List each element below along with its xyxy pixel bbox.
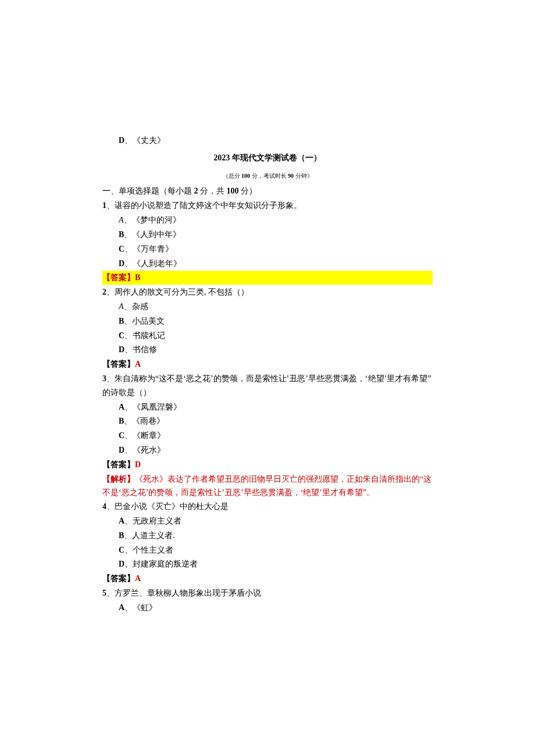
question-5: 5、方罗兰、章秋柳人物形象出现于茅盾小说 xyxy=(102,586,433,600)
option-sep: 、 xyxy=(124,446,133,454)
q2-option-b: B、小品美文 xyxy=(119,314,433,328)
question-2: 2、周作人的散文可分为三类, 不包括（） xyxy=(102,285,433,299)
q-number: 1 xyxy=(102,201,106,210)
option-sep: 、 xyxy=(124,603,133,612)
option-text: 个性主义者 xyxy=(133,546,173,554)
q-sep: 、 xyxy=(106,589,115,597)
option-text: 《虹》 xyxy=(133,603,157,612)
option-label: C xyxy=(119,331,124,340)
q1-option-a: A、《梦中的河》 xyxy=(119,213,433,227)
q-text: 方罗兰、章秋柳人物形象出现于茅盾小说 xyxy=(115,589,261,597)
option-text: 书信修 xyxy=(133,345,157,354)
option-label: B xyxy=(119,531,124,540)
q2-option-c: C、书牍札记 xyxy=(119,329,433,343)
option-sep: 、 xyxy=(124,317,132,325)
exam-subtitle: （总分 100 分，考试时长 90 分钟》 xyxy=(102,171,433,181)
q1-answer: 【答案】B xyxy=(102,271,433,285)
q-sep: 、 xyxy=(106,374,115,383)
option-sep: 、 xyxy=(124,331,133,340)
answer-value: A xyxy=(135,360,141,368)
option-text: 《雨巷》 xyxy=(132,417,165,425)
title-rest: 年现代文学测试卷（一） xyxy=(230,153,322,162)
option-label: C xyxy=(119,546,124,554)
option-sep: 、 xyxy=(124,517,133,525)
answer-label: 【答案】 xyxy=(102,273,135,282)
section-mid: 分，共 xyxy=(200,187,224,195)
q-number: 2 xyxy=(102,288,106,296)
option-text: 《人到中年》 xyxy=(132,230,181,239)
answer-value: D xyxy=(135,460,141,469)
q2-option-a: A、杂感 xyxy=(119,300,433,314)
q5-option-a: A、《虹》 xyxy=(119,601,433,615)
q-text: 巴金小说《灭亡》中的杜大心是 xyxy=(115,502,229,511)
q-number: 3 xyxy=(102,374,106,383)
option-sep: 、 xyxy=(124,546,133,554)
q3-option-b: B、《雨巷》 xyxy=(119,414,433,428)
section-prefix: 一、单项选择题（每小题 xyxy=(102,187,192,195)
option-label: C xyxy=(119,431,124,440)
option-sep: 、 xyxy=(124,259,133,268)
option-text: 《凤凰涅磐》 xyxy=(133,403,181,411)
q3-answer: 【答案】D xyxy=(102,458,433,472)
option-label: D xyxy=(119,136,124,145)
q3-option-c: C、《断章》 xyxy=(119,429,433,443)
q1-option-b: B、《人到中年》 xyxy=(119,228,433,242)
option-text: 《万年青》 xyxy=(133,245,173,253)
section-heading: 一、单项选择题（每小题 2 分，共 100 分） xyxy=(102,184,433,198)
q-text: 周作人的散文可分为三类, 不包括（） xyxy=(115,288,249,296)
question-4: 4、巴金小说《灭亡》中的杜大心是 xyxy=(102,500,433,514)
exam-title: 2023 年现代文学测试卷（一） xyxy=(102,151,433,165)
q-sep: 、 xyxy=(106,201,115,210)
title-year: 2023 xyxy=(213,153,230,162)
option-label: D xyxy=(119,560,124,568)
q-sep: 、 xyxy=(106,502,115,511)
option-sep: 、 xyxy=(124,431,133,440)
option-sep: 、 xyxy=(124,531,132,540)
option-text: 《丈夫》 xyxy=(133,136,165,145)
q-text: 朱自清称为“这不是‘恶之花’的赞颂，而是索性让’丑恶’早些恶贯满盈，‘绝望’里才… xyxy=(102,374,431,397)
option-text: 书牍札记 xyxy=(133,331,165,340)
option-sep: 、 xyxy=(124,245,133,253)
option-sep: 、 xyxy=(124,302,132,311)
section-total: 100 xyxy=(224,187,241,195)
option-text: 封建家庭的叛逆者 xyxy=(133,560,198,568)
q1-option-c: C、《万年青》 xyxy=(119,242,433,256)
option-label: B xyxy=(119,417,124,425)
option-label: A xyxy=(119,302,124,311)
option-label: A xyxy=(119,216,124,224)
option-text: 《死水》 xyxy=(133,446,165,454)
section-suffix: 分） xyxy=(241,187,257,195)
option-label: D xyxy=(119,345,124,354)
answer-label: 【答案】 xyxy=(102,460,135,469)
option-sep: 、 xyxy=(124,560,133,568)
q4-answer: 【答案】A xyxy=(102,572,433,586)
answer-value: B xyxy=(135,273,140,282)
q-number: 5 xyxy=(102,589,106,597)
option-text: 人道主义者. xyxy=(132,531,175,540)
option-text: 《梦中的河》 xyxy=(132,216,181,224)
option-sep: 、 xyxy=(124,417,132,425)
orphan-option-d: D、《丈夫》 xyxy=(119,134,433,148)
q-sep: 、 xyxy=(106,288,115,296)
option-sep: 、 xyxy=(124,345,133,354)
option-text: 《断章》 xyxy=(133,431,165,440)
option-label: D xyxy=(119,446,124,454)
option-label: B xyxy=(119,317,124,325)
option-text: 《人到老年》 xyxy=(133,259,181,268)
q3-analysis: 【解析】《死水》表达了作者希望丑恶的旧物早日灭亡的强烈愿望，正如朱自清所指出的“… xyxy=(102,472,433,500)
subtitle-open: （总分 xyxy=(223,173,240,179)
option-label: C xyxy=(119,245,124,253)
option-label: A xyxy=(119,603,124,612)
q4-option-b: B、人道主义者. xyxy=(119,529,433,543)
option-sep: 、 xyxy=(124,136,133,145)
option-label: B xyxy=(119,230,124,239)
analysis-text: 《死水》表达了作者希望丑恶的旧物早日灭亡的强烈愿望，正如朱自清所指出的“这不是‘… xyxy=(102,475,431,497)
q3-option-a: A、《凤凰涅磐》 xyxy=(119,400,433,414)
option-label: A xyxy=(119,517,124,525)
q4-option-d: D、封建家庭的叛逆者 xyxy=(119,557,433,571)
answer-value: A xyxy=(135,574,141,583)
option-label: A xyxy=(119,403,124,411)
q4-option-c: C、个性主义者 xyxy=(119,543,433,557)
q1-option-d: D、《人到老年》 xyxy=(119,257,433,271)
subtitle-score: 100 xyxy=(240,173,252,179)
